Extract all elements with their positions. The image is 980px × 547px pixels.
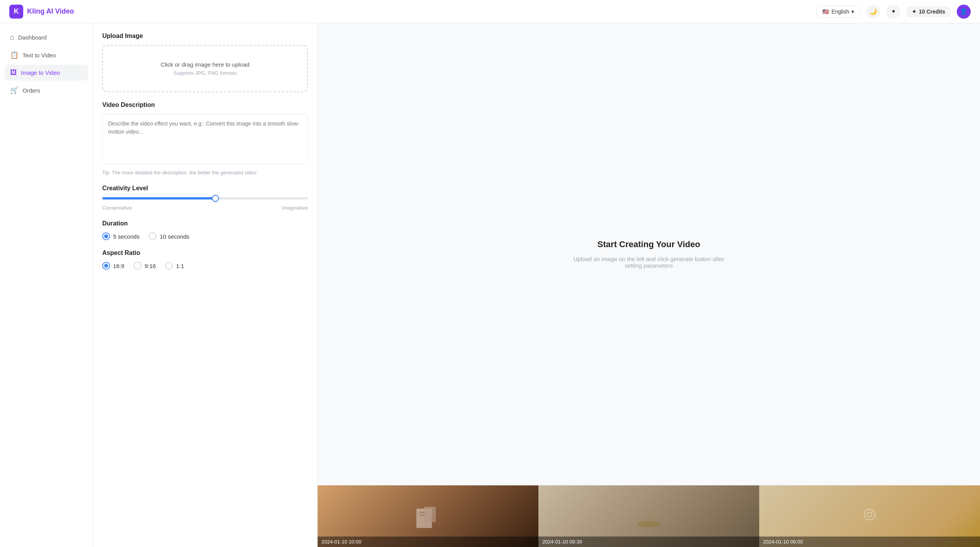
main-content: Upload Image Click or drag image here to… — [93, 23, 980, 547]
cart-icon: 🛒 — [10, 86, 19, 95]
app-title: Kling AI Video — [27, 7, 74, 15]
svg-point-4 — [637, 521, 660, 527]
preview-title: Start Creating Your Video — [597, 239, 700, 249]
aspect-ratio-16-9[interactable]: 16:9 — [102, 262, 124, 270]
upload-main-text: Click or drag image here to upload — [112, 61, 298, 68]
upload-section-title: Upload Image — [102, 33, 308, 40]
description-tip: Tip: The more detailed the description, … — [102, 170, 308, 175]
preview-subtitle: Upload an image on the left and click ge… — [571, 256, 726, 269]
sidebar: ⌂ Dashboard 📋 Text to Video 🖼 Image to V… — [0, 23, 93, 547]
aspect-radio-16-9-dot — [104, 264, 108, 268]
logo-icon: K — [9, 5, 23, 19]
sidebar-item-label: Orders — [22, 87, 40, 94]
duration-5sec-label: 5 seconds — [113, 233, 139, 240]
user-avatar[interactable]: 👤 — [957, 5, 971, 19]
thumb-3-label: 2024-01-10 09:00 — [759, 537, 980, 547]
language-selector[interactable]: 🇺🇸 English ▾ — [817, 6, 860, 17]
sidebar-item-image-to-video[interactable]: 🖼 Image to Video — [5, 65, 88, 81]
description-section-title: Video Description — [102, 101, 308, 108]
svg-rect-3 — [424, 507, 436, 522]
aspect-ratio-section: Aspect Ratio 16:9 9:16 1:1 — [102, 249, 308, 270]
preview-area: Start Creating Your Video Upload an imag… — [318, 23, 980, 485]
aspect-ratio-9-16[interactable]: 9:16 — [134, 262, 156, 270]
duration-radio-10sec-circle — [149, 232, 156, 240]
upload-sub-text: Supports JPG, PNG formats — [112, 70, 298, 76]
header-left: K Kling AI Video — [9, 5, 74, 19]
layout: ⌂ Dashboard 📋 Text to Video 🖼 Image to V… — [0, 23, 980, 547]
thumb-2-label: 2024-01-10 09:30 — [538, 537, 759, 547]
thumbnail-3[interactable]: 2024-01-10 09:00 — [759, 485, 980, 547]
duration-option-5sec[interactable]: 5 seconds — [102, 232, 139, 240]
creativity-slider-track[interactable] — [102, 197, 308, 200]
duration-option-10sec[interactable]: 10 seconds — [149, 232, 189, 240]
creativity-label-imaginative: Imaginative — [282, 205, 308, 211]
right-panel: Start Creating Your Video Upload an imag… — [318, 23, 980, 547]
description-textarea[interactable] — [102, 114, 308, 164]
creativity-slider-labels: Conservative Imaginative — [102, 205, 308, 211]
credits-display[interactable]: ✦ 10 Credits — [906, 6, 951, 17]
sidebar-item-dashboard[interactable]: ⌂ Dashboard — [5, 29, 88, 45]
creativity-section: Creativity Level Conservative Imaginativ… — [102, 185, 308, 211]
aspect-ratio-title: Aspect Ratio — [102, 249, 308, 256]
credits-icon: ✦ — [912, 9, 916, 15]
svg-point-5 — [864, 509, 875, 520]
header-right: 🇺🇸 English ▾ 🌙 ✦ ✦ 10 Credits 👤 — [817, 5, 971, 19]
creativity-label-conservative: Conservative — [102, 205, 132, 211]
document-icon: 📋 — [10, 51, 19, 59]
aspect-radio-1-1-circle — [165, 262, 173, 270]
creativity-slider-thumb[interactable] — [212, 195, 219, 202]
aspect-ratio-group: 16:9 9:16 1:1 — [102, 262, 308, 270]
sidebar-item-orders[interactable]: 🛒 Orders — [5, 82, 88, 98]
creativity-slider-fill — [102, 197, 215, 200]
sidebar-item-text-to-video[interactable]: 📋 Text to Video — [5, 47, 88, 63]
dark-mode-toggle[interactable]: 🌙 — [866, 5, 880, 19]
language-flag: 🇺🇸 — [822, 9, 829, 15]
duration-section: Duration 5 seconds 10 seconds — [102, 220, 308, 240]
duration-10sec-label: 10 seconds — [160, 233, 189, 240]
svg-point-6 — [867, 512, 872, 517]
duration-title: Duration — [102, 220, 308, 227]
sparkle-icon[interactable]: ✦ — [886, 5, 900, 19]
creativity-slider-row: Conservative Imaginative — [102, 197, 308, 211]
thumbnail-1[interactable]: 2024-01-10 10:00 — [318, 485, 538, 547]
thumbnail-2[interactable]: 2024-01-10 09:30 — [538, 485, 759, 547]
sidebar-item-label: Image to Video — [21, 69, 60, 76]
aspect-9-16-label: 9:16 — [144, 263, 156, 269]
left-panel: Upload Image Click or drag image here to… — [93, 23, 318, 547]
aspect-16-9-label: 16:9 — [113, 263, 124, 269]
thumbnails-row: 2024-01-10 10:00 2024-01-10 09:30 — [318, 485, 980, 547]
duration-radio-5sec-circle — [102, 232, 110, 240]
upload-area[interactable]: Click or drag image here to upload Suppo… — [102, 45, 308, 92]
header: K Kling AI Video 🇺🇸 English ▾ 🌙 ✦ ✦ 10 C… — [0, 0, 980, 23]
chevron-down-icon: ▾ — [851, 9, 854, 15]
aspect-radio-16-9-circle — [102, 262, 110, 270]
aspect-1-1-label: 1:1 — [176, 263, 184, 269]
credits-label: 10 Credits — [919, 9, 945, 15]
language-label: English — [831, 9, 849, 15]
thumb-1-label: 2024-01-10 10:00 — [318, 537, 538, 547]
sidebar-item-label: Dashboard — [18, 34, 46, 41]
duration-radio-group: 5 seconds 10 seconds — [102, 232, 308, 240]
home-icon: ⌂ — [10, 33, 14, 41]
duration-radio-5sec-dot — [104, 234, 108, 238]
aspect-radio-9-16-circle — [134, 262, 141, 270]
sidebar-item-label: Text to Video — [22, 52, 56, 58]
creativity-title: Creativity Level — [102, 185, 308, 192]
image-icon: 🖼 — [10, 69, 17, 77]
aspect-ratio-1-1[interactable]: 1:1 — [165, 262, 184, 270]
